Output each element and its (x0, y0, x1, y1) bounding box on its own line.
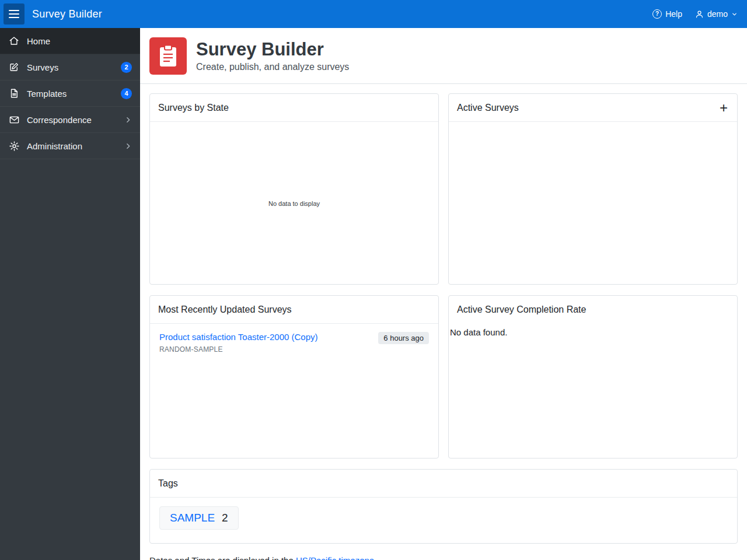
envelope-icon (8, 114, 20, 125)
surveys-count-badge: 2 (121, 62, 132, 73)
sidebar: Home Surveys 2 Templates 4 (0, 28, 140, 560)
page-header: Survey Builder Create, publish, and anal… (140, 28, 747, 84)
add-survey-button[interactable]: + (718, 101, 729, 115)
card-title: Most Recently Updated Surveys (158, 304, 292, 315)
timezone-link[interactable]: US/Pacific timezone (296, 555, 374, 560)
home-icon (8, 35, 20, 47)
tags-list: SAMPLE 2 (150, 498, 737, 538)
tag-chip-sample[interactable]: SAMPLE 2 (159, 506, 239, 530)
chevron-down-icon (731, 11, 738, 18)
sidebar-item-label: Correspondence (27, 115, 124, 125)
card-tags: Tags SAMPLE 2 (149, 469, 738, 544)
topbar: Survey Builder ? Help demo (0, 0, 747, 28)
survey-tag-label: RANDOM-SAMPLE (159, 345, 318, 354)
document-icon (8, 88, 20, 99)
card-surveys-by-state: Surveys by State No data to display (149, 93, 439, 285)
sidebar-item-label: Home (27, 36, 132, 46)
card-header: Tags (150, 470, 737, 498)
topbar-actions: ? Help demo (652, 9, 738, 19)
page-header-text: Survey Builder Create, publish, and anal… (196, 39, 349, 72)
sidebar-item-administration[interactable]: Administration (0, 133, 140, 159)
help-icon: ? (652, 9, 662, 19)
no-data-text: No data found. (450, 327, 507, 337)
card-title: Surveys by State (158, 103, 229, 113)
templates-count-badge: 4 (121, 88, 132, 99)
chevron-right-icon (124, 142, 132, 150)
page-title: Survey Builder (196, 39, 349, 60)
user-label: demo (707, 9, 728, 19)
card-header: Most Recently Updated Surveys (150, 296, 438, 324)
card-header: Surveys by State (150, 94, 438, 122)
tag-count: 2 (222, 512, 228, 524)
card-active-surveys: Active Surveys + (448, 93, 738, 285)
timezone-note-text: Dates and Times are displayed in the (149, 555, 296, 560)
sidebar-item-surveys[interactable]: Surveys 2 (0, 54, 140, 80)
completion-rate-body: No data found. (449, 324, 737, 337)
gear-icon (8, 140, 20, 152)
surveys-by-state-chart-area: No data to display (150, 122, 438, 285)
hamburger-menu-button[interactable] (4, 4, 25, 24)
tag-label: SAMPLE (170, 512, 215, 524)
edit-icon (8, 61, 20, 73)
card-recent-surveys: Most Recently Updated Surveys Product sa… (149, 295, 439, 459)
sidebar-item-templates[interactable]: Templates 4 (0, 80, 140, 107)
card-title: Active Survey Completion Rate (457, 304, 586, 315)
timezone-note: Dates and Times are displayed in the US/… (149, 555, 747, 560)
user-icon (695, 10, 704, 19)
sidebar-item-label: Surveys (27, 62, 121, 72)
card-title: Active Surveys (457, 103, 519, 113)
survey-link[interactable]: Product satisfaction Toaster-2000 (Copy) (159, 332, 318, 342)
chevron-right-icon (124, 116, 132, 124)
card-header: Active Survey Completion Rate (449, 296, 737, 324)
main-content: Survey Builder Create, publish, and anal… (140, 28, 747, 560)
help-link[interactable]: ? Help (652, 9, 682, 19)
app-title: Survey Builder (32, 8, 102, 20)
dashboard-cards: Surveys by State No data to display Acti… (140, 84, 747, 553)
card-header: Active Surveys + (449, 94, 737, 122)
timezone-note-period: . (374, 555, 376, 560)
sidebar-item-home[interactable]: Home (0, 28, 140, 54)
clipboard-icon (149, 37, 187, 75)
card-title: Tags (158, 478, 178, 489)
sidebar-item-correspondence[interactable]: Correspondence (0, 107, 140, 133)
sidebar-item-label: Templates (27, 89, 121, 99)
recent-surveys-list: Product satisfaction Toaster-2000 (Copy)… (150, 324, 438, 362)
survey-list-item: Product satisfaction Toaster-2000 (Copy)… (159, 332, 429, 354)
card-completion-rate: Active Survey Completion Rate No data fo… (448, 295, 738, 459)
sidebar-item-label: Administration (27, 141, 124, 151)
app-root: Survey Builder ? Help demo (0, 0, 747, 560)
hamburger-icon (9, 10, 19, 18)
time-badge: 6 hours ago (378, 332, 429, 344)
user-menu[interactable]: demo (695, 9, 738, 19)
survey-item-main: Product satisfaction Toaster-2000 (Copy)… (159, 332, 318, 354)
page-subtitle: Create, publish, and analyze surveys (196, 62, 349, 72)
help-label: Help (665, 9, 682, 19)
no-data-text: No data to display (268, 200, 320, 207)
